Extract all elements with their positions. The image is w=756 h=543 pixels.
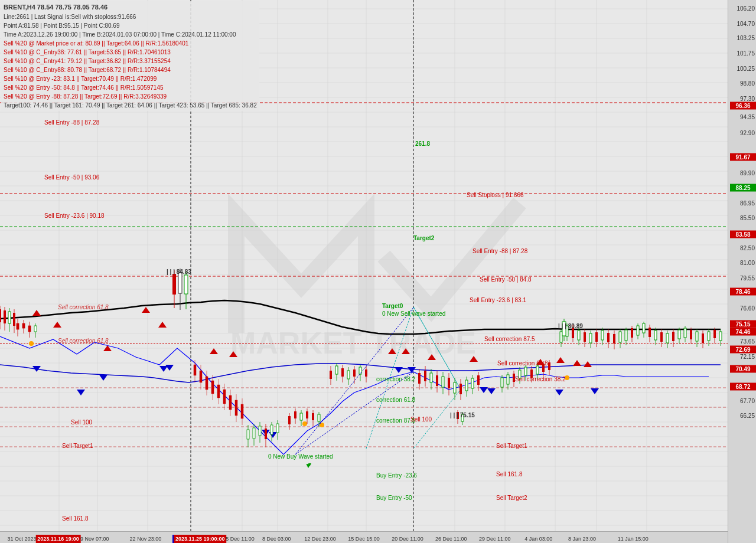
svg-rect-137 [300,413,302,420]
svg-rect-105 [200,371,202,382]
svg-rect-199 [560,332,562,342]
svg-rect-231 [654,331,657,340]
svg-rect-99 [28,326,31,332]
sell-100-right-label: Sell 100 [410,416,432,423]
svg-rect-125 [259,426,261,436]
svg-rect-175 [465,380,468,391]
svg-rect-165 [436,375,438,386]
svg-rect-103 [194,365,196,375]
svg-rect-163 [430,373,432,382]
svg-marker-89 [591,388,599,394]
sell-stoploss-label: Sell Stoploss | 91.666 [467,192,524,198]
svg-rect-161 [424,371,426,381]
price-8695: 86.95 [740,200,755,207]
time-1116-highlight: 2023.11.16 19:00 [35,535,81,543]
svg-rect-189 [524,367,527,375]
time-9nov: 9 Nov 07:00 [80,536,109,542]
info-line5: Sell %10 @ C_Entry38: 77.61 || Target:53… [4,48,257,57]
price-7215: 72.15 [740,354,755,360]
price-84-83-label: | | | 84.83 [167,269,191,275]
svg-rect-147 [335,366,338,374]
time-15dec: 15 Dec 15:00 [348,536,380,542]
svg-marker-63 [53,322,61,328]
svg-rect-247 [702,333,704,343]
time-20dec: 20 Dec 11:00 [392,536,423,542]
svg-marker-76 [584,361,592,367]
svg-rect-97 [22,323,25,328]
svg-rect-121 [247,430,249,439]
svg-rect-233 [660,332,663,342]
svg-rect-109 [211,381,214,394]
price-10175: 101.75 [737,50,755,57]
price-75-15-label: | | | 75.15 [450,412,475,418]
svg-rect-117 [235,400,237,416]
price-6625: 66.25 [740,412,755,418]
price-7846-highlight: 78.46 [730,288,756,296]
svg-rect-221 [625,330,627,341]
time-8dec: 8 Dec 03:00 [262,536,291,542]
chart-container: MARKET TRADE [0,0,756,543]
sell-correction-875-label: Sell correction 87.5 [484,336,535,342]
info-line8: Sell %10 @ Entry -23: 83.1 || Target:70.… [4,74,257,83]
svg-rect-145 [330,371,332,379]
new-buy-wave-label: 0 New Buy Wave started [268,453,333,460]
svg-rect-243 [690,330,692,339]
sell-entry-23-high-label: Sell Entry -23.6 | 90.18 [44,212,105,219]
price-10025: 100.25 [737,65,755,71]
svg-rect-179 [477,375,480,385]
sell-entry-88-label: Sell Entry -88 | 87.28 [472,248,527,254]
sell-target1-right-label: Sell Target1 [496,443,527,449]
svg-rect-135 [294,411,296,418]
down-triangle-marker: ▼ [305,462,312,470]
svg-marker-65 [142,307,150,313]
svg-rect-119 [241,404,243,418]
price-7365: 73.65 [740,338,755,344]
price-7955: 79.55 [740,275,755,282]
price-9167-highlight: 91.67 [730,153,756,161]
svg-rect-209 [589,333,592,343]
svg-marker-66 [158,322,167,328]
price-9290: 92.90 [740,130,755,136]
svg-rect-205 [578,331,580,340]
sell-1618-left-label: Sell 161.8 [62,515,88,522]
price-8550: 85.50 [740,214,755,221]
svg-marker-67 [210,348,218,354]
info-line11: Target100: 74.46 || Target 161: 70.49 ||… [4,101,257,110]
svg-rect-153 [353,369,356,377]
svg-rect-263 [0,309,1,322]
svg-rect-251 [713,330,716,338]
svg-rect-139 [306,411,308,418]
price-9435: 94.35 [740,113,755,120]
svg-rect-227 [643,323,645,333]
svg-rect-133 [288,416,291,424]
price-6770: 67.70 [740,397,755,404]
time-axis: 31 Oct 2023 2023.11.16 19:00 9 Nov 07:00… [0,531,728,543]
svg-rect-143 [318,414,320,421]
info-line3: Time A:2023.12.26 19:00:00 | Time B:2024… [4,30,257,39]
sell-correction-382-label: Sell correction 38.2 [515,376,566,382]
svg-marker-81 [165,365,174,371]
svg-rect-95 [17,323,19,329]
svg-marker-70 [402,348,410,354]
sell-correction-618-left2: Sell correction 61.8 [58,338,109,344]
time-22nov: 22 Nov 23:00 [130,536,162,542]
target0-label: Target0 [382,303,403,309]
price-7049-highlight: 70.49 [730,365,756,372]
price-8825-highlight: 88.25 [730,184,756,192]
svg-marker-84 [395,367,403,373]
price-6872-highlight: 68.72 [730,383,756,391]
sell-100-left-label: Sell 100 [71,419,92,426]
svg-rect-225 [637,326,639,335]
svg-marker-71 [428,354,436,360]
svg-point-90 [29,341,34,346]
svg-rect-127 [265,428,267,439]
sell-1618-right-label: Sell 161.8 [496,471,522,477]
svg-marker-86 [480,387,488,393]
svg-rect-197 [548,362,550,370]
svg-rect-129 [271,425,273,434]
time-26dec: 26 Dec 11:00 [435,536,467,542]
buy-entry-50-label: Buy Entry -50 [376,495,412,501]
price-10620: 106.20 [737,5,755,11]
svg-rect-257 [172,274,176,295]
svg-rect-101 [34,326,37,332]
